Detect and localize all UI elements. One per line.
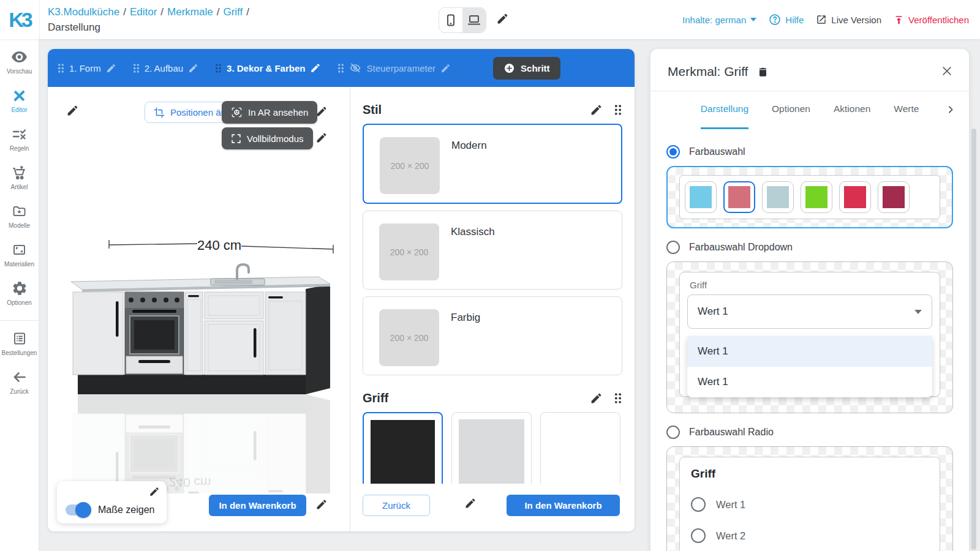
sidebar-item-vorschau[interactable]: Vorschau: [0, 49, 39, 75]
view-in-ar-label: In AR ansehen: [248, 107, 308, 118]
app-logo[interactable]: K3: [0, 0, 40, 39]
trash-icon[interactable]: [757, 66, 769, 78]
radio-icon[interactable]: [666, 241, 680, 254]
step-form[interactable]: 1. Form: [58, 63, 116, 73]
sidebar-item-editor[interactable]: Editor: [0, 88, 39, 113]
griff-swatch-dark[interactable]: [363, 412, 443, 484]
stil-card-farbig[interactable]: 200 × 200 Farbig: [363, 296, 622, 375]
pencil-icon[interactable]: [188, 63, 198, 73]
breadcrumb-link[interactable]: Editor: [130, 6, 157, 18]
edit-dimensions-pencil-icon[interactable]: [149, 486, 160, 497]
griff-swatch-gray[interactable]: [451, 412, 532, 484]
color-swatch[interactable]: [685, 181, 717, 213]
drag-handle-icon[interactable]: [614, 392, 622, 404]
tab-werte[interactable]: Werte: [894, 103, 919, 129]
tab-aktionen[interactable]: Aktionen: [834, 103, 870, 129]
sidebar-item-modelle[interactable]: Modelle: [0, 203, 39, 229]
breadcrumb-link[interactable]: Merkmale: [167, 6, 213, 18]
panel-tabs: Darstellung Optionen Aktionen Werte: [650, 91, 969, 129]
view-in-ar-button[interactable]: In AR ansehen: [222, 101, 317, 124]
tab-optionen[interactable]: Optionen: [772, 103, 810, 129]
color-swatch[interactable]: [801, 181, 832, 213]
language-selector[interactable]: Inhalte: german: [682, 15, 756, 25]
dimension-label: 240 cm: [197, 238, 241, 253]
sidebar-item-regeln[interactable]: Regeln: [0, 126, 39, 152]
display-option-farbauswahl[interactable]: Farbauswahl: [666, 145, 953, 159]
live-version-link[interactable]: Live Version: [816, 14, 881, 25]
canvas-add-to-cart-button[interactable]: In den Warenkorb: [209, 495, 306, 516]
fullscreen-icon: [231, 133, 241, 144]
display-option-radio[interactable]: Farbauswahl Radio: [666, 425, 953, 439]
publish-button[interactable]: Veröffentlichen: [894, 15, 969, 25]
griff-swatch-white[interactable]: [540, 412, 620, 484]
tab-darstellung[interactable]: Darstellung: [701, 103, 748, 129]
drag-handle-icon[interactable]: [133, 63, 140, 73]
radio-group-card: Griff Wert 1 Wert 2: [679, 457, 940, 551]
color-swatch[interactable]: [878, 181, 910, 213]
drag-handle-icon[interactable]: [58, 63, 64, 73]
sidebar-item-label: Modelle: [9, 222, 30, 229]
edit-fullscreen-pencil-icon[interactable]: [315, 132, 328, 144]
fullscreen-button[interactable]: Vollbildmodus: [222, 127, 313, 149]
drag-handle-icon[interactable]: [337, 63, 344, 73]
color-swatch[interactable]: [762, 181, 794, 213]
pencil-icon[interactable]: [590, 392, 603, 405]
sidebar-item-bestellungen[interactable]: Bestellungen: [0, 331, 39, 356]
drag-handle-icon[interactable]: [614, 104, 622, 116]
edit-cart-pencil-icon[interactable]: [315, 498, 328, 511]
pencil-icon[interactable]: [440, 63, 451, 73]
show-dimensions-toggle[interactable]: [66, 504, 90, 515]
griff-swatch-row: [363, 412, 622, 484]
list-add-to-cart-button[interactable]: In den Warenkorb: [507, 495, 620, 516]
radio-option-wert2[interactable]: Wert 2: [691, 528, 929, 543]
preview-canvas[interactable]: Positionen ändern In AR ansehen Vollbild…: [48, 87, 350, 531]
dropdown-option[interactable]: Wert 1: [687, 367, 932, 397]
dropdown-select[interactable]: Wert 1: [687, 294, 932, 329]
dropdown-option[interactable]: Wert 1: [687, 336, 932, 367]
chevron-right-icon[interactable]: [946, 105, 956, 114]
sidebar-item-materialien[interactable]: Materialien: [0, 242, 39, 268]
edit-footer-pencil-icon[interactable]: [464, 497, 477, 509]
step-dekor-farben[interactable]: 3. Dekor & Farben: [215, 62, 321, 73]
sidebar-item-artikel[interactable]: Artikel: [0, 165, 39, 190]
breadcrumb-link[interactable]: Griff: [223, 6, 243, 18]
radio-icon[interactable]: [666, 145, 680, 159]
stil-card-modern[interactable]: 200 × 200 Modern: [363, 124, 622, 204]
live-version-label: Live Version: [831, 15, 881, 25]
show-dimensions-label: Maße zeigen: [98, 504, 155, 515]
edit-canvas-pencil-icon[interactable]: [66, 104, 79, 117]
stil-card-klassisch[interactable]: 200 × 200 Klassisch: [363, 211, 622, 290]
pencil-icon[interactable]: [590, 103, 603, 116]
merkmal-panel: Merkmal: Griff Darstellung Optionen Akti…: [650, 49, 969, 551]
back-button[interactable]: Zurück: [363, 495, 430, 516]
pencil-icon[interactable]: [106, 63, 116, 73]
color-swatch[interactable]: [839, 181, 871, 213]
color-swatch-selected[interactable]: [723, 181, 755, 213]
edit-header-pencil-icon[interactable]: [496, 12, 509, 25]
sidebar-item-optionen[interactable]: Optionen: [0, 280, 39, 306]
radio-option-wert1[interactable]: Wert 1: [691, 497, 929, 512]
close-icon[interactable]: [941, 65, 953, 77]
section-title: Griff: [363, 391, 590, 405]
step-steuerparameter[interactable]: Steuerparameter: [337, 62, 451, 74]
radio-icon[interactable]: [666, 425, 680, 439]
display-option-dropdown[interactable]: Farbauswahl Dropdown: [666, 241, 953, 254]
back-button-label: Zurück: [382, 500, 410, 511]
help-button[interactable]: Hilfe: [769, 13, 804, 26]
breadcrumb-link[interactable]: K3.Modulküche: [48, 6, 119, 18]
add-step-button[interactable]: Schritt: [493, 57, 560, 80]
image-placeholder: 200 × 200: [379, 309, 439, 366]
drag-handle-icon[interactable]: [215, 63, 222, 73]
sidebar-item-zurueck[interactable]: Zurück: [0, 369, 39, 395]
radio-preview: Griff Wert 1 Wert 2: [666, 446, 953, 551]
step-aufbau[interactable]: 2. Aufbau: [133, 63, 198, 73]
mobile-preview-button[interactable]: [439, 8, 462, 32]
panel-scrollbar[interactable]: [971, 129, 976, 550]
pencil-icon[interactable]: [310, 62, 321, 73]
sidebar-item-label: Editor: [11, 107, 27, 113]
radio-icon[interactable]: [691, 528, 706, 543]
orders-list-icon: [12, 331, 28, 347]
desktop-preview-button[interactable]: [462, 8, 486, 32]
radio-icon[interactable]: [691, 497, 706, 512]
sidebar-item-label: Regeln: [10, 145, 29, 152]
